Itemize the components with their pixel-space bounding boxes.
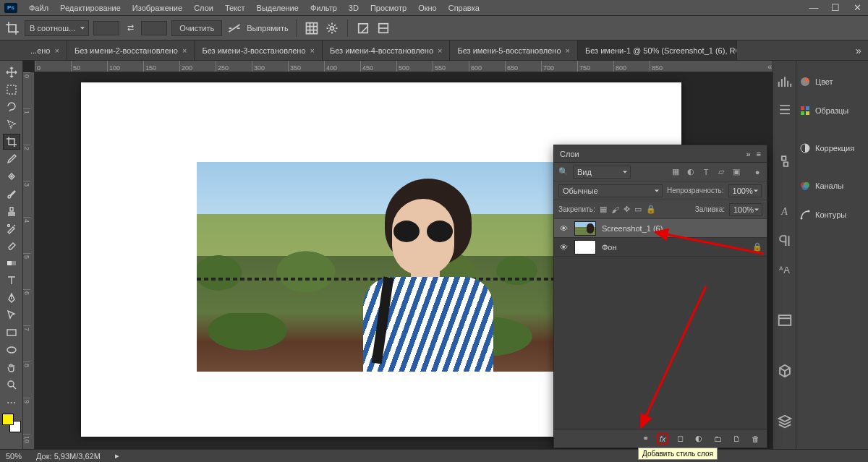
menu-text[interactable]: Текст bbox=[219, 0, 251, 16]
height-input[interactable] bbox=[141, 21, 167, 35]
brush-tool[interactable] bbox=[3, 186, 20, 202]
filter-toggle-icon[interactable]: ● bbox=[752, 167, 762, 177]
blend-mode-dropdown[interactable]: Обычные bbox=[558, 184, 663, 197]
doc-size[interactable]: Док: 5,93M/3,62M bbox=[36, 452, 101, 461]
straighten-icon[interactable] bbox=[226, 20, 242, 36]
close-icon[interactable]: × bbox=[182, 46, 187, 55]
maximize-button[interactable]: ☐ bbox=[825, 1, 846, 15]
healing-tool[interactable] bbox=[3, 168, 20, 184]
filter-pixel-icon[interactable]: ▦ bbox=[671, 167, 681, 177]
foreground-color[interactable] bbox=[2, 414, 14, 425]
ellipse-tool[interactable] bbox=[3, 342, 20, 358]
3d-icon[interactable] bbox=[777, 363, 793, 379]
menu-help[interactable]: Справка bbox=[443, 0, 485, 16]
menu-filter[interactable]: Фильтр bbox=[305, 0, 343, 16]
quick-select-tool[interactable] bbox=[3, 116, 20, 132]
rectangle-tool[interactable] bbox=[3, 325, 20, 341]
close-icon[interactable]: × bbox=[310, 46, 315, 55]
grid-overlay-icon[interactable] bbox=[304, 20, 320, 36]
layers-icon[interactable] bbox=[777, 414, 793, 429]
document-tab[interactable]: Без имени-2-восстановлено× bbox=[67, 40, 195, 60]
clone-source-icon[interactable] bbox=[777, 153, 793, 169]
panel-channels[interactable]: Каналы bbox=[796, 178, 868, 194]
layer-filter-dropdown[interactable]: Вид bbox=[573, 166, 631, 179]
filter-smart-icon[interactable]: ▣ bbox=[731, 167, 741, 177]
crop-tool-indicator[interactable] bbox=[4, 20, 20, 36]
tabs-overflow-icon[interactable]: » bbox=[849, 40, 868, 60]
layer-row[interactable]: 👁 Фон 🔒 bbox=[554, 238, 767, 257]
close-icon[interactable]: × bbox=[54, 46, 59, 55]
lock-artboard-icon[interactable]: ▭ bbox=[634, 205, 642, 214]
delete-cropped-icon[interactable] bbox=[355, 20, 371, 36]
close-button[interactable]: ✕ bbox=[846, 1, 868, 15]
history-brush-tool[interactable] bbox=[3, 221, 20, 236]
search-icon[interactable]: 🔍 bbox=[558, 167, 569, 176]
panel-adjustments[interactable]: Коррекция bbox=[796, 140, 868, 156]
clear-button[interactable]: Очистить bbox=[171, 20, 222, 36]
layers-panel-header[interactable]: Слои »≡ bbox=[554, 145, 767, 163]
color-swatches[interactable] bbox=[2, 414, 21, 432]
panel-menu-icon[interactable]: ≡ bbox=[757, 150, 761, 158]
glyphs-icon[interactable]: ᴬA bbox=[777, 262, 793, 278]
content-aware-icon[interactable] bbox=[375, 20, 391, 36]
visibility-toggle-icon[interactable]: 👁 bbox=[558, 223, 569, 234]
link-layers-icon[interactable]: ⚭ bbox=[639, 433, 651, 445]
adjustment-layer-icon[interactable]: ◐ bbox=[693, 433, 705, 445]
type-tool[interactable] bbox=[3, 273, 20, 288]
minimize-button[interactable]: — bbox=[803, 1, 825, 15]
gradient-tool[interactable] bbox=[3, 255, 20, 271]
paragraph-icon[interactable] bbox=[777, 233, 793, 249]
document-tab[interactable]: Без имени-4-восстановлено× bbox=[323, 40, 451, 60]
document-tab-active[interactable]: Без имени-1 @ 50% (Screenshot_1 (6), RGB… bbox=[578, 40, 737, 60]
aspect-ratio-dropdown[interactable]: В соотнош... bbox=[25, 20, 89, 36]
character-icon[interactable]: A bbox=[777, 204, 793, 220]
fill-input[interactable]: 100% bbox=[729, 203, 762, 216]
visibility-toggle-icon[interactable]: 👁 bbox=[558, 242, 569, 252]
settings-gear-icon[interactable] bbox=[324, 20, 340, 36]
eyedropper-tool[interactable] bbox=[3, 151, 20, 167]
delete-layer-icon[interactable]: 🗑 bbox=[749, 433, 761, 445]
lasso-tool[interactable] bbox=[3, 99, 20, 115]
menu-layers[interactable]: Слои bbox=[188, 0, 219, 16]
menu-file[interactable]: Файл bbox=[23, 0, 54, 16]
layer-row[interactable]: 👁 Screenshot_1 (6) bbox=[554, 219, 767, 238]
pen-tool[interactable] bbox=[3, 290, 20, 306]
menu-window[interactable]: Окно bbox=[412, 0, 443, 16]
document-tab[interactable]: Без имени-3-восстановлено× bbox=[195, 40, 323, 60]
new-group-icon[interactable]: 🗀 bbox=[712, 433, 723, 445]
filter-type-icon[interactable]: T bbox=[701, 167, 711, 177]
menu-select[interactable]: Выделение bbox=[251, 0, 305, 16]
menu-image[interactable]: Изображение bbox=[127, 0, 188, 16]
menu-3d[interactable]: 3D bbox=[343, 0, 365, 16]
status-caret-icon[interactable]: ▸ bbox=[115, 451, 119, 461]
brushes-icon[interactable] bbox=[777, 103, 793, 119]
document-tab[interactable]: ...ено× bbox=[23, 40, 67, 60]
path-select-tool[interactable] bbox=[3, 307, 20, 323]
close-icon[interactable]: × bbox=[566, 46, 570, 55]
opacity-input[interactable]: 100% bbox=[728, 184, 762, 197]
new-layer-icon[interactable]: 🗋 bbox=[731, 433, 742, 445]
layer-mask-icon[interactable]: ◻ bbox=[674, 433, 686, 445]
collapse-dock-icon[interactable]: « bbox=[764, 62, 775, 71]
eraser-tool[interactable] bbox=[3, 238, 20, 254]
properties-icon[interactable] bbox=[777, 312, 793, 328]
marquee-tool[interactable] bbox=[3, 82, 20, 98]
stamp-tool[interactable] bbox=[3, 203, 20, 219]
layer-style-fx-button[interactable]: fx bbox=[657, 433, 668, 445]
lock-position-icon[interactable]: ✥ bbox=[624, 205, 630, 214]
lock-transparency-icon[interactable]: ▦ bbox=[600, 205, 607, 214]
collapse-panel-icon[interactable]: » bbox=[746, 150, 750, 158]
panel-color[interactable]: Цвет bbox=[796, 74, 868, 90]
crop-tool[interactable] bbox=[3, 134, 20, 150]
width-input[interactable] bbox=[93, 21, 119, 35]
zoom-tool[interactable] bbox=[3, 377, 20, 393]
layer-thumbnail[interactable] bbox=[574, 240, 596, 254]
lock-all-icon[interactable]: 🔒 bbox=[646, 205, 656, 214]
panel-swatches[interactable]: Образцы bbox=[796, 103, 868, 119]
layer-name[interactable]: Фон bbox=[602, 243, 617, 252]
move-tool[interactable] bbox=[3, 64, 20, 80]
filter-shape-icon[interactable]: ▱ bbox=[716, 167, 726, 177]
filter-adjust-icon[interactable]: ◐ bbox=[686, 167, 696, 177]
swap-dimensions-icon[interactable]: ⇄ bbox=[124, 22, 137, 35]
close-icon[interactable]: × bbox=[438, 46, 442, 55]
